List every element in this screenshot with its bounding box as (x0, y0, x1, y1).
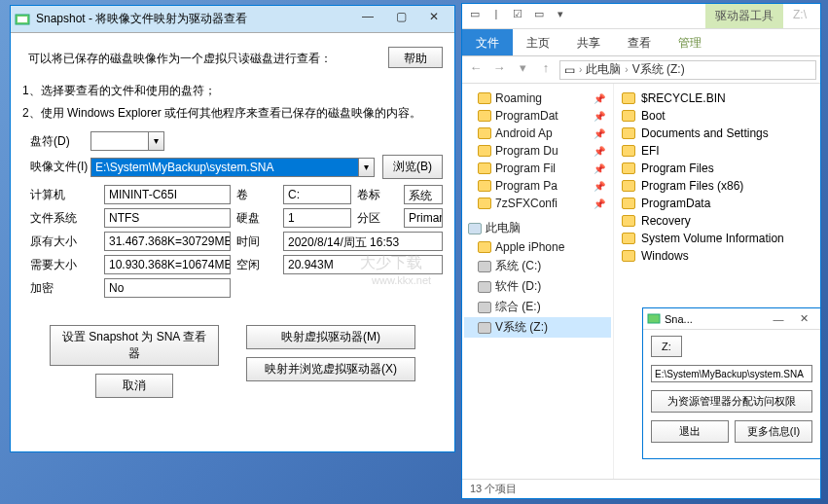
pin-icon: 📌 (594, 163, 605, 174)
folder-icon (622, 215, 635, 227)
tree-drive-item[interactable]: V系统 (Z:) (464, 317, 611, 338)
folder-icon (478, 198, 491, 209)
chevron-right-icon[interactable]: › (579, 64, 582, 75)
tree-quick-item[interactable]: ProgramDat📌 (464, 107, 611, 125)
folder-icon (478, 110, 491, 122)
breadcrumb-thispc[interactable]: 此电脑 (586, 61, 621, 78)
sna-path-input[interactable] (651, 365, 812, 382)
properties-icon[interactable]: ☑ (509, 8, 526, 25)
computer-value: MININT-C65I (104, 185, 231, 204)
close-button[interactable]: ✕ (417, 10, 450, 29)
tree-drive-item[interactable]: 综合 (E:) (464, 297, 611, 317)
exit-button[interactable]: 退出 (651, 420, 729, 443)
tree-quick-item[interactable]: Program Fil📌 (464, 160, 611, 177)
tab-home[interactable]: 主页 (513, 29, 563, 55)
tree-item-label: Android Ap (495, 126, 553, 140)
file-list-item[interactable]: System Volume Information (622, 230, 812, 247)
explorer-tree[interactable]: Roaming📌ProgramDat📌Android Ap📌Program Du… (462, 84, 614, 479)
tree-quick-item[interactable]: Android Ap📌 (464, 125, 611, 142)
required-size-value: 10.930.368K=10674MB (104, 255, 231, 274)
assign-access-button[interactable]: 为资源管理器分配访问权限 (651, 390, 812, 413)
back-button[interactable]: ← (466, 60, 486, 80)
snapshot-app-icon (15, 12, 30, 27)
snapshot-app-icon (647, 312, 661, 326)
tree-quick-item[interactable]: Program Pa📌 (464, 177, 611, 195)
minimize-button[interactable]: — (766, 313, 791, 325)
folder-icon (622, 92, 635, 104)
file-list-item[interactable]: Documents and Settings (622, 125, 812, 142)
tree-item-label: Roaming (495, 91, 542, 105)
tab-view[interactable]: 查看 (614, 29, 665, 55)
qat-dropdown-icon[interactable]: ▾ (552, 8, 569, 25)
required-size-label: 需要大小 (30, 257, 98, 273)
cancel-button[interactable]: 取消 (95, 374, 173, 398)
snapshot-body: 可以将已保存的磁盘映像作为一个虚拟只读磁盘进行查看： 帮助 1、选择要查看的文件… (11, 33, 454, 412)
tab-manage[interactable]: 管理 (665, 29, 715, 55)
computer-icon (468, 223, 482, 234)
chevron-down-icon[interactable]: ▾ (149, 131, 164, 151)
sna-popup-titlebar[interactable]: Sna... — ✕ (643, 308, 820, 330)
more-info-button[interactable]: 更多信息(I) (735, 420, 812, 443)
pin-icon: 📌 (594, 181, 605, 192)
file-list-item[interactable]: Program Files (622, 160, 812, 177)
description-text: 可以将已保存的磁盘映像作为一个虚拟只读磁盘进行查看： (28, 51, 388, 67)
tree-quick-item[interactable]: Program Du📌 (464, 142, 611, 160)
breadcrumb[interactable]: ▭ › 此电脑 › V系统 (Z:) (559, 60, 816, 80)
tab-file[interactable]: 文件 (462, 29, 513, 55)
pin-icon: 📌 (594, 146, 605, 157)
drive-letter-label: 盘符(D) (22, 133, 90, 150)
map-drive-button[interactable]: 映射虚拟驱动器(M) (246, 325, 415, 349)
maximize-button[interactable]: ▢ (384, 10, 417, 29)
close-button[interactable]: ✕ (791, 312, 816, 325)
tree-drive-item[interactable]: Apple iPhone (464, 238, 611, 256)
filesystem-label: 文件系统 (30, 210, 98, 227)
original-size-value: 31.467.368K=30729MB (104, 232, 231, 251)
tree-quick-item[interactable]: 7zSFXConfi📌 (464, 195, 611, 212)
recent-dropdown-icon[interactable]: ▾ (513, 60, 532, 80)
partition-value: Primary 1 (404, 208, 443, 228)
file-list-item[interactable]: Program Files (x86) (622, 177, 812, 195)
folder-icon (622, 250, 635, 262)
snapshot-titlebar[interactable]: Snapshot - 将映像文件映射为驱动器查看 — ▢ ✕ (11, 6, 454, 33)
tree-item-label: Program Fil (495, 162, 556, 175)
explorer-qat: ▭ | ☑ ▭ ▾ 驱动器工具 Z:\ (462, 4, 820, 29)
explorer-address-bar: ← → ▾ ↑ ▭ › 此电脑 › V系统 (Z:) (462, 56, 820, 84)
file-list-item[interactable]: $RECYCLE.BIN (622, 90, 812, 107)
file-list-item[interactable]: EFI (622, 142, 812, 160)
drive-icon (478, 261, 491, 272)
filesystem-value: NTFS (104, 208, 231, 228)
qat-separator: | (487, 8, 505, 25)
drive-letter-select[interactable] (90, 131, 149, 151)
drive-tools-tab[interactable]: 驱动器工具 (705, 4, 783, 28)
browse-button[interactable]: 浏览(B) (382, 155, 443, 179)
chevron-right-icon[interactable]: › (625, 64, 628, 75)
map-and-browse-button[interactable]: 映射并浏览虚拟驱动器(X) (246, 357, 415, 381)
folder-icon (622, 233, 635, 244)
tree-thispc-header[interactable]: 此电脑 (464, 218, 611, 238)
breadcrumb-drive[interactable]: V系统 (Z:) (632, 61, 685, 78)
tree-item-label: Program Du (495, 144, 558, 158)
image-file-input[interactable] (90, 158, 359, 177)
drive-letter-button[interactable]: Z: (651, 336, 682, 357)
folder-icon (622, 180, 635, 192)
help-button[interactable]: 帮助 (388, 47, 443, 68)
tree-item-label: V系统 (Z:) (495, 319, 548, 336)
chevron-down-icon[interactable]: ▾ (359, 158, 375, 177)
file-name: Recovery (641, 214, 691, 228)
file-list-item[interactable]: ProgramData (622, 195, 812, 212)
tab-share[interactable]: 共享 (563, 29, 614, 55)
file-name: Program Files (641, 162, 714, 175)
tree-quick-item[interactable]: Roaming📌 (464, 90, 611, 107)
up-button[interactable]: ↑ (536, 60, 556, 80)
volume-name-label: 卷标 (357, 187, 398, 203)
set-sna-viewer-button[interactable]: 设置 Snapshot 为 SNA 查看器 (50, 325, 219, 366)
pin-icon: 📌 (594, 198, 605, 209)
file-list-item[interactable]: Windows (622, 247, 812, 265)
tree-drive-item[interactable]: 系统 (C:) (464, 256, 611, 276)
forward-button[interactable]: → (489, 60, 509, 80)
minimize-button[interactable]: — (351, 10, 384, 29)
file-list-item[interactable]: Boot (622, 107, 812, 125)
file-list-item[interactable]: Recovery (622, 212, 812, 230)
file-name: ProgramData (641, 197, 710, 210)
tree-drive-item[interactable]: 软件 (D:) (464, 276, 611, 297)
